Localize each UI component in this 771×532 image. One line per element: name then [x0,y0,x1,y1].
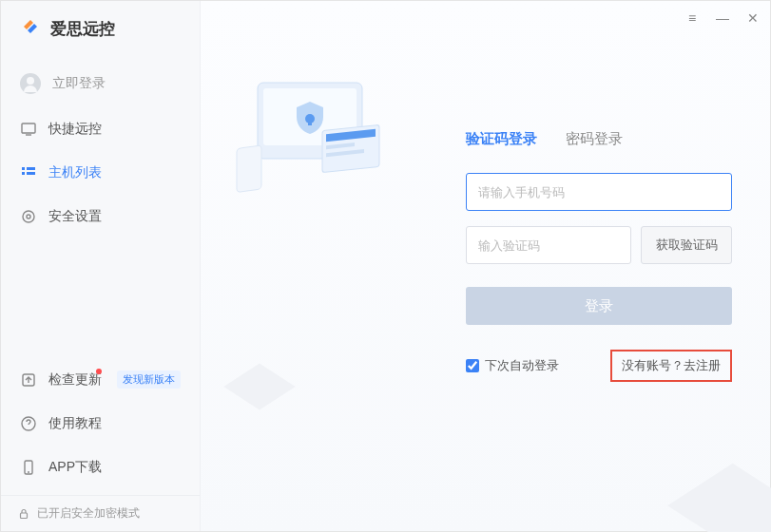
svg-rect-4 [27,172,35,175]
sidebar-bottom: 检查更新 发现新版本 使用教程 APP下载 [1,352,200,495]
footer-text: 已开启安全加密模式 [37,505,140,522]
titlebar: ≡ — ✕ [201,1,770,35]
sidebar-item-label: 主机列表 [48,164,102,181]
svg-rect-1 [22,167,25,170]
avatar-placeholder-icon [20,73,41,94]
options-row: 下次自动登录 没有账号？去注册 [466,350,732,382]
register-link[interactable]: 没有账号？去注册 [610,350,732,382]
sidebar-item-label: 检查更新 [48,371,102,389]
brand: 爱思远控 [1,1,200,52]
main-area: ≡ — ✕ [201,1,770,531]
code-row: 获取验证码 [466,226,732,264]
brand-logo-icon [18,14,43,43]
monitor-icon [20,121,37,138]
svg-rect-2 [27,167,35,170]
list-icon [20,164,37,181]
svg-rect-0 [22,124,35,133]
mobile-icon [20,459,37,476]
sidebar-item-label: APP下载 [48,459,102,476]
update-dot-icon [96,369,102,374]
sidebar-nav: 立即登录 快捷远控 主机列表 安全设置 [1,52,200,238]
sidebar-item-hosts[interactable]: 主机列表 [1,151,200,195]
get-code-button[interactable]: 获取验证码 [641,226,732,264]
app-window: 爱思远控 立即登录 快捷远控 主机列表 安全设置 检查 [0,0,771,532]
tab-sms-login[interactable]: 验证码登录 [466,130,537,152]
sidebar-item-tutorial[interactable]: 使用教程 [1,402,200,446]
sidebar-item-security[interactable]: 安全设置 [1,195,200,238]
login-tabs: 验证码登录 密码登录 [466,130,732,152]
code-input[interactable] [466,226,631,264]
sidebar-item-quick[interactable]: 快捷远控 [1,107,200,151]
sidebar-item-update[interactable]: 检查更新 发现新版本 [1,357,200,402]
deco-cube-icon [667,464,771,532]
phone-input[interactable] [466,173,732,211]
help-icon [20,415,37,432]
sidebar-login-label: 立即登录 [52,75,106,92]
lock-icon [18,508,29,520]
menu-icon[interactable]: ≡ [684,10,700,26]
sidebar-login-cta[interactable]: 立即登录 [1,60,200,107]
sidebar-item-label: 快捷远控 [48,121,102,138]
minimize-icon[interactable]: — [715,10,730,26]
sidebar-item-label: 安全设置 [48,208,102,225]
sidebar-item-app[interactable]: APP下载 [1,446,200,489]
auto-login-input[interactable] [466,359,479,372]
sidebar-footer: 已开启安全加密模式 [1,495,200,531]
svg-rect-15 [237,145,261,193]
login-button[interactable]: 登录 [466,287,732,325]
svg-rect-14 [308,119,312,125]
brand-name: 爱思远控 [50,18,115,40]
sidebar-spacer [1,238,200,352]
sidebar-item-label: 使用教程 [48,415,102,432]
sidebar: 爱思远控 立即登录 快捷远控 主机列表 安全设置 检查 [1,1,201,531]
tab-password-login[interactable]: 密码登录 [566,130,623,152]
auto-login-checkbox[interactable]: 下次自动登录 [466,357,559,374]
shield-icon [20,208,37,225]
login-panel: 验证码登录 密码登录 获取验证码 登录 下次自动登录 没有账号？去注册 [466,130,732,382]
login-illustration [220,64,410,206]
update-badge: 发现新版本 [117,370,181,389]
svg-point-6 [27,215,30,218]
deco-cube-icon [223,364,295,410]
svg-rect-3 [22,172,25,175]
close-icon[interactable]: ✕ [745,10,761,26]
upload-icon [20,371,37,389]
svg-point-5 [23,211,34,222]
content: 验证码登录 密码登录 获取验证码 登录 下次自动登录 没有账号？去注册 [201,35,770,531]
svg-rect-10 [21,513,28,519]
auto-login-label: 下次自动登录 [485,357,559,374]
